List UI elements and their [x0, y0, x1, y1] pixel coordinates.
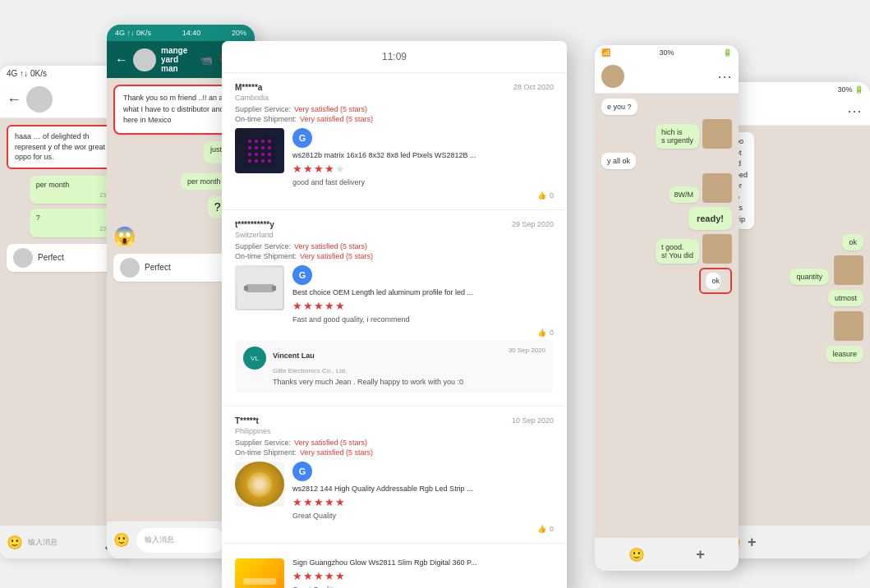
chat-bubble-1: e you ?: [601, 99, 638, 115]
status-bar-right: 📶 30% 🔋: [718, 82, 870, 97]
message-input-mid[interactable]: 输入消息: [136, 528, 225, 553]
supplier-satisfaction-2: Very satisfied (5 stars): [294, 242, 367, 250]
reply-date: 30 Sep 2020: [509, 347, 545, 376]
svg-point-16: [268, 159, 271, 163]
product-img-3: [235, 462, 284, 507]
thumb-img-right-2: [834, 311, 863, 341]
thumbsup-icon-3[interactable]: 👍: [537, 525, 546, 533]
service-row-3: Supplier Service: Very satisfied (5 star…: [235, 439, 554, 447]
bubble-time-2: 23:34: [36, 225, 114, 233]
emoji-btn-mid-right[interactable]: 🙂: [628, 547, 645, 563]
battery-level: 30%: [659, 48, 674, 57]
like-count-1: 0: [550, 191, 554, 200]
product-name-4: Sign Guangzhou Glow Ws2811 Slim Rgb Digi…: [292, 558, 554, 567]
emoji-icon[interactable]: 🙂: [7, 535, 23, 550]
product-details-2: G Best choice OEM Length led aluminum pr…: [292, 265, 554, 324]
battery-mid-left: 20%: [232, 29, 246, 37]
more-icon-mid-right[interactable]: ⋯: [717, 67, 732, 85]
g-logo-3: G: [292, 462, 312, 481]
chat-header-right: ⋯: [718, 97, 870, 126]
ready-bubble: ready!: [688, 207, 732, 230]
shipment-satisfaction-1: Very satisfied (5 stars): [300, 115, 373, 123]
thumb-img-2: [702, 173, 732, 203]
reply-avatar: VL: [243, 347, 266, 370]
product-row-2: G Best choice OEM Length led aluminum pr…: [235, 265, 554, 324]
product-details-4: Sign Guangzhou Glow Ws2811 Slim Rgb Digi…: [292, 558, 554, 588]
reviewer-name-2: t**********y: [235, 220, 274, 229]
svg-point-9: [248, 153, 251, 156]
review-meta-1: M*****a Cambodia 28 Oct 2020: [235, 83, 554, 102]
emoji-btn[interactable]: 🙂: [113, 532, 130, 548]
review-date-1: 28 Oct 2020: [513, 83, 554, 102]
quantity-bubble-right: quantity: [789, 255, 863, 285]
thumbsup-icon-1[interactable]: 👍: [537, 191, 546, 200]
review-item-4: Sign Guangzhou Glow Ws2811 Slim Rgb Digi…: [222, 544, 567, 588]
stars-3: ★★★★★: [292, 496, 554, 508]
svg-point-1: [248, 140, 251, 143]
reply-name: Vincent Lau: [273, 351, 315, 360]
shipment-row-3: On-time Shipment: Very satisfied (5 star…: [235, 448, 554, 457]
led-strip-visual-2: [235, 265, 284, 310]
avatar-small: [13, 248, 33, 268]
svg-rect-0: [243, 135, 276, 168]
reviewer-info-3: T*****t Philippines: [235, 416, 271, 435]
chat-bubble-4: 8W/M: [669, 173, 733, 203]
battery-icon: 🔋: [723, 48, 732, 57]
svg-point-14: [255, 159, 258, 163]
like-row-1: 👍 0: [235, 191, 554, 200]
avatar-mid-left: [133, 48, 156, 71]
plus-btn-mid-right[interactable]: +: [696, 546, 705, 563]
thumb-img-3: [702, 234, 732, 264]
reply-item-2: VL Vincent Lau Glite Electronics Co., Lt…: [235, 340, 554, 393]
svg-point-8: [268, 146, 271, 149]
reviewer-country-2: Switzerland: [235, 231, 274, 239]
product-row-4: Sign Guangzhou Glow Ws2811 Slim Rgb Digi…: [235, 558, 554, 588]
plus-btn-right[interactable]: +: [748, 534, 757, 551]
svg-point-4: [268, 140, 271, 143]
thumb-img-right-1: [834, 255, 863, 285]
comment-1: good and fast delivery: [292, 178, 554, 186]
product-details-3: G ws2812 144 High Quality Addressable Rg…: [292, 462, 554, 520]
chat-bubble-2: hich iss urgently: [656, 119, 732, 149]
product-row-1: G ws2812b matrix 16x16 8x32 8x8 led Ptxe…: [235, 128, 554, 186]
reviewer-info-2: t**********y Switzerland: [235, 220, 274, 239]
video-icon[interactable]: 📹: [200, 54, 213, 66]
reviews-panel: 11:09 M*****a Cambodia 28 Oct 2020 Suppl…: [222, 41, 567, 588]
signal-text: 4G ↑↓ 0K/s: [7, 69, 47, 78]
chat-body-mid-right: e you ? hich iss urgently y all ok 8W/M …: [595, 94, 739, 545]
service-row-2: Supplier Service: Very satisfied (5 star…: [235, 242, 554, 250]
led-coil-visual: [235, 462, 284, 507]
avatar-mid-right: [601, 65, 624, 88]
like-count-3: 0: [550, 525, 554, 533]
review-meta-3: T*****t Philippines 10 Sep 2020: [235, 416, 554, 435]
more-icon-right[interactable]: ⋯: [847, 102, 862, 120]
svg-point-12: [268, 153, 271, 156]
svg-point-7: [261, 146, 265, 149]
back-arrow-mid-left[interactable]: ←: [115, 53, 128, 67]
red-outlined-message: haaa … of delighted th represent y of th…: [7, 125, 121, 169]
svg-point-15: [261, 159, 265, 163]
product-name-3: ws2812 144 High Quality Addressable Rgb …: [292, 485, 554, 493]
supplier-satisfaction-3: Very satisfied (5 stars): [294, 439, 367, 447]
message-input[interactable]: 输入消息: [28, 537, 99, 548]
thumb-only-right: [834, 311, 863, 341]
like-row-2: 👍 0: [235, 328, 554, 337]
svg-rect-20: [272, 286, 276, 291]
ok-bubble-right: ok: [842, 234, 863, 250]
shipment-row-1: On-time Shipment: Very satisfied (5 star…: [235, 115, 554, 123]
comment-2: Fast and good quality, i recommend: [292, 315, 554, 324]
g-logo-1: G: [292, 128, 312, 148]
product-img-4: [235, 558, 284, 588]
header-time: 11:09: [382, 51, 407, 62]
utmost-bubble: utmost: [828, 290, 863, 306]
reply-company: Glite Electronics Co., Ltd.: [273, 367, 347, 374]
svg-point-6: [255, 146, 258, 149]
led-strip2-visual: [235, 558, 284, 588]
thumbsup-icon-2[interactable]: 👍: [537, 328, 546, 337]
back-arrow-icon[interactable]: ←: [7, 91, 21, 108]
reviewer-name-1: M*****a: [235, 83, 269, 92]
shipment-row-2: On-time Shipment: Very satisfied (5 star…: [235, 252, 554, 260]
red-outlined-ok: ok: [699, 268, 732, 294]
phone-mid-right: 📶 30% 🔋 ⋯ e you ? hich iss urgently y al…: [595, 45, 739, 571]
review-item-3: T*****t Philippines 10 Sep 2020 Supplier…: [222, 407, 567, 544]
